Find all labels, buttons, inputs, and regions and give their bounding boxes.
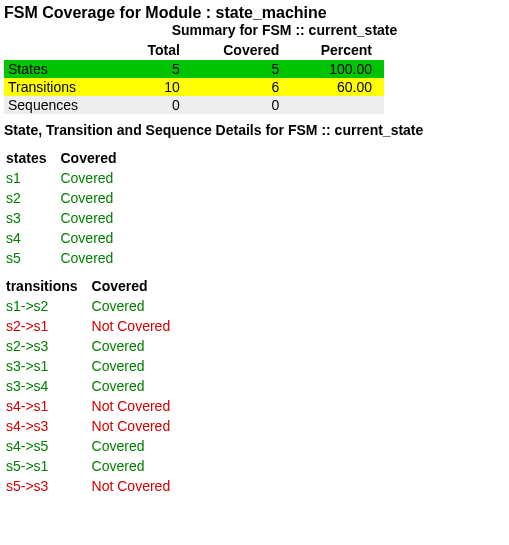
transition-row: s4->s1Not Covered — [4, 396, 182, 416]
transitions-header-cov: Covered — [90, 276, 183, 296]
transition-status: Covered — [90, 436, 183, 456]
state-name: s3 — [4, 208, 58, 228]
transition-row: s3->s1Covered — [4, 356, 182, 376]
states-header-row: states Covered — [4, 148, 129, 168]
transition-status: Not Covered — [90, 476, 183, 496]
transition-name: s1->s2 — [4, 296, 90, 316]
states-table: states Covered s1Covereds2Covereds3Cover… — [4, 148, 129, 268]
transition-row: s1->s2Covered — [4, 296, 182, 316]
transitions-table: transitions Covered s1->s2Covereds2->s1N… — [4, 276, 182, 496]
details-title: State, Transition and Sequence Details f… — [4, 122, 505, 138]
summary-transitions-percent: 60.00 — [291, 78, 384, 96]
state-name: s1 — [4, 168, 58, 188]
state-name: s2 — [4, 188, 58, 208]
transitions-header-row: transitions Covered — [4, 276, 182, 296]
state-status: Covered — [58, 248, 128, 268]
summary-transitions-label: Transitions — [4, 78, 126, 96]
transition-row: s4->s3Not Covered — [4, 416, 182, 436]
summary-row-sequences: Sequences 0 0 — [4, 96, 384, 114]
state-status: Covered — [58, 188, 128, 208]
summary-header-row: Total Covered Percent — [4, 40, 384, 60]
transitions-header-name: transitions — [4, 276, 90, 296]
state-status: Covered — [58, 168, 128, 188]
transition-row: s2->s3Covered — [4, 336, 182, 356]
summary-header-covered: Covered — [192, 40, 291, 60]
summary-sequences-label: Sequences — [4, 96, 126, 114]
summary-header-blank — [4, 40, 126, 60]
transition-name: s4->s1 — [4, 396, 90, 416]
summary-title: Summary for FSM :: current_state — [64, 22, 505, 38]
transition-status: Covered — [90, 336, 183, 356]
summary-header-percent: Percent — [291, 40, 384, 60]
summary-sequences-covered: 0 — [192, 96, 291, 114]
transition-status: Covered — [90, 356, 183, 376]
transition-row: s5->s1Covered — [4, 456, 182, 476]
summary-row-states: States 5 5 100.00 — [4, 60, 384, 78]
summary-header-total: Total — [126, 40, 192, 60]
transition-status: Covered — [90, 376, 183, 396]
transition-row: s3->s4Covered — [4, 376, 182, 396]
state-row: s4Covered — [4, 228, 129, 248]
transition-status: Not Covered — [90, 396, 183, 416]
state-status: Covered — [58, 228, 128, 248]
transition-status: Not Covered — [90, 316, 183, 336]
summary-states-percent: 100.00 — [291, 60, 384, 78]
transition-name: s5->s3 — [4, 476, 90, 496]
state-row: s2Covered — [4, 188, 129, 208]
state-row: s5Covered — [4, 248, 129, 268]
transition-status: Covered — [90, 456, 183, 476]
transition-name: s2->s1 — [4, 316, 90, 336]
transition-name: s3->s1 — [4, 356, 90, 376]
summary-table: Total Covered Percent States 5 5 100.00 … — [4, 40, 384, 114]
state-row: s3Covered — [4, 208, 129, 228]
transition-name: s4->s5 — [4, 436, 90, 456]
transition-status: Not Covered — [90, 416, 183, 436]
transition-name: s2->s3 — [4, 336, 90, 356]
state-status: Covered — [58, 208, 128, 228]
transition-name: s5->s1 — [4, 456, 90, 476]
transition-row: s5->s3Not Covered — [4, 476, 182, 496]
summary-sequences-total: 0 — [126, 96, 192, 114]
states-header-cov: Covered — [58, 148, 128, 168]
summary-transitions-covered: 6 — [192, 78, 291, 96]
module-title: FSM Coverage for Module : state_machine — [4, 4, 505, 22]
summary-sequences-percent — [291, 96, 384, 114]
summary-states-total: 5 — [126, 60, 192, 78]
summary-states-covered: 5 — [192, 60, 291, 78]
transition-name: s4->s3 — [4, 416, 90, 436]
transition-row: s4->s5Covered — [4, 436, 182, 456]
transition-name: s3->s4 — [4, 376, 90, 396]
state-row: s1Covered — [4, 168, 129, 188]
states-header-name: states — [4, 148, 58, 168]
summary-row-transitions: Transitions 10 6 60.00 — [4, 78, 384, 96]
state-name: s5 — [4, 248, 58, 268]
transition-row: s2->s1Not Covered — [4, 316, 182, 336]
summary-states-label: States — [4, 60, 126, 78]
summary-transitions-total: 10 — [126, 78, 192, 96]
state-name: s4 — [4, 228, 58, 248]
transition-status: Covered — [90, 296, 183, 316]
